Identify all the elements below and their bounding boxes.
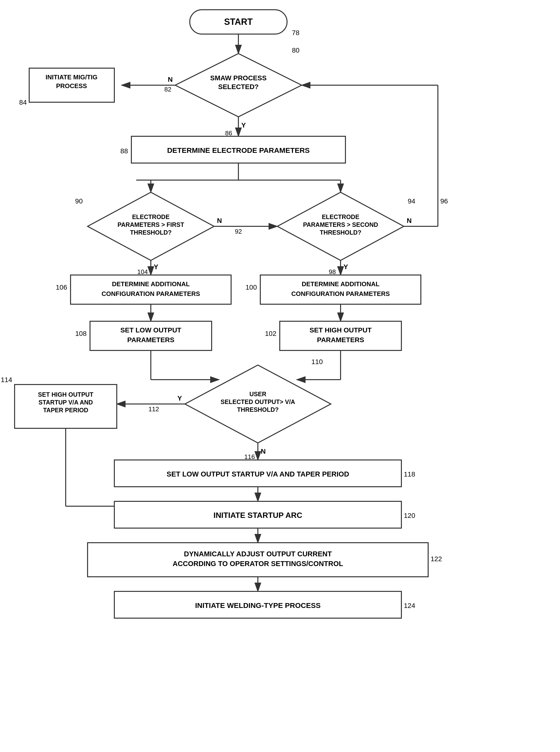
set-high-startup-line3: TAPER PERIOD bbox=[43, 407, 88, 414]
n-label-smaw: N bbox=[168, 76, 173, 83]
ref-102: 102 bbox=[265, 330, 276, 337]
ref-114: 114 bbox=[1, 376, 12, 383]
ref-80: 80 bbox=[292, 46, 299, 54]
first-thresh-line2: PARAMETERS > FIRST bbox=[118, 221, 184, 228]
ref-118: 118 bbox=[404, 471, 415, 478]
y-user-sel: Y bbox=[177, 395, 182, 402]
start-label: START bbox=[224, 17, 253, 27]
smaw-line1: SMAW PROCESS bbox=[210, 74, 267, 82]
initiate-welding-box: INITIATE WELDING-TYPE PROCESS 124 bbox=[114, 591, 415, 618]
first-thresh-line3: THRESHOLD? bbox=[130, 229, 172, 236]
ref-120: 120 bbox=[404, 512, 415, 519]
set-low-startup-label: SET LOW OUTPUT STARTUP V/A AND TAPER PER… bbox=[167, 470, 349, 478]
set-low-startup-box: SET LOW OUTPUT STARTUP V/A AND TAPER PER… bbox=[114, 460, 415, 487]
add-config-right-line2: CONFIGURATION PARAMETERS bbox=[292, 290, 390, 297]
first-thresh-line1: ELECTRODE bbox=[132, 214, 169, 220]
set-high-startup-line1: SET HIGH OUTPUT bbox=[38, 391, 94, 398]
set-high-output-line2: PARAMETERS bbox=[317, 336, 364, 344]
user-sel-line3: THRESHOLD? bbox=[237, 406, 279, 413]
set-high-startup-line2: STARTUP V/A AND bbox=[38, 399, 93, 406]
add-config-left-line2: CONFIGURATION PARAMETERS bbox=[102, 290, 200, 297]
ref-100: 100 bbox=[245, 283, 257, 291]
ref-110: 110 bbox=[312, 358, 323, 365]
n-first-thresh: N bbox=[217, 217, 222, 224]
set-low-output-line2: PARAMETERS bbox=[127, 336, 175, 344]
mig-tig-line1: INITIATE MIG/TIG bbox=[45, 74, 97, 81]
second-thresh-line2: PARAMETERS > SECOND bbox=[303, 221, 378, 228]
ref-78: 78 bbox=[292, 29, 299, 37]
second-thresh-line3: THRESHOLD? bbox=[320, 229, 361, 236]
ref-106: 106 bbox=[56, 283, 67, 291]
y-first-thresh: Y bbox=[154, 263, 158, 271]
dyn-adjust-line1: DYNAMICALLY ADJUST OUTPUT CURRENT bbox=[184, 550, 332, 558]
set-low-output-box: SET LOW OUTPUT PARAMETERS 108 bbox=[75, 321, 212, 351]
initiate-welding-label: INITIATE WELDING-TYPE PROCESS bbox=[195, 601, 321, 609]
ref-108: 108 bbox=[75, 330, 86, 337]
svg-rect-26 bbox=[280, 321, 401, 351]
y-label-smaw: Y bbox=[241, 121, 246, 129]
add-config-right-box: DETERMINE ADDITIONAL CONFIGURATION PARAM… bbox=[245, 275, 421, 304]
ref-116: 116 bbox=[244, 453, 255, 460]
add-config-left-box: DETERMINE ADDITIONAL CONFIGURATION PARAM… bbox=[56, 275, 231, 304]
ref-104: 104 bbox=[137, 268, 148, 276]
add-config-left-line1: DETERMINE ADDITIONAL bbox=[112, 280, 190, 288]
add-config-right-line1: DETERMINE ADDITIONAL bbox=[302, 280, 380, 288]
determine-electrode-label: DETERMINE ELECTRODE PARAMETERS bbox=[167, 146, 310, 154]
svg-rect-21 bbox=[71, 275, 231, 304]
ref-90: 90 bbox=[75, 197, 83, 205]
dyn-adjust-line2: ACCORDING TO OPERATOR SETTINGS/CONTROL bbox=[173, 560, 343, 568]
determine-electrode-box: DETERMINE ELECTRODE PARAMETERS 88 bbox=[120, 136, 345, 163]
dynamically-adjust-box: DYNAMICALLY ADJUST OUTPUT CURRENT ACCORD… bbox=[87, 543, 442, 577]
ref-112: 112 bbox=[148, 405, 159, 413]
ref-124: 124 bbox=[404, 602, 415, 609]
user-sel-line1: USER bbox=[249, 391, 266, 397]
second-thresh-line1: ELECTRODE bbox=[322, 214, 359, 220]
ref-122: 122 bbox=[431, 555, 442, 563]
n-user-sel: N bbox=[261, 448, 266, 455]
svg-rect-1 bbox=[0, 0, 560, 752]
set-high-output-box: SET HIGH OUTPUT PARAMETERS 102 bbox=[265, 321, 401, 351]
set-low-output-line1: SET LOW OUTPUT bbox=[120, 326, 181, 334]
ref-84: 84 bbox=[19, 99, 27, 106]
ref-82: 82 bbox=[164, 86, 172, 93]
svg-rect-25 bbox=[90, 321, 212, 351]
ref-96: 96 bbox=[440, 197, 448, 205]
initiate-startup-arc-label: INITIATE STARTUP ARC bbox=[213, 511, 302, 520]
user-sel-line2: SELECTED OUTPUT> V/A bbox=[221, 398, 295, 405]
ref-88: 88 bbox=[120, 147, 128, 155]
svg-rect-22 bbox=[260, 275, 421, 304]
flowchart-container: START 78 SMAW PROCESS SELECTED? 80 N 82 … bbox=[0, 0, 560, 752]
mig-tig-box: INITIATE MIG/TIG PROCESS 84 bbox=[19, 68, 114, 106]
set-high-output-line1: SET HIGH OUTPUT bbox=[309, 326, 372, 334]
ref-86: 86 bbox=[225, 130, 232, 137]
mig-tig-line2: PROCESS bbox=[56, 82, 87, 90]
ref-92: 92 bbox=[235, 228, 242, 235]
smaw-line2: SELECTED? bbox=[218, 83, 259, 91]
y-second-thresh: Y bbox=[343, 263, 348, 271]
ref-98: 98 bbox=[329, 268, 336, 276]
n-second-thresh: N bbox=[407, 217, 412, 224]
initiate-startup-arc-box: INITIATE STARTUP ARC 120 bbox=[114, 501, 415, 528]
ref-94: 94 bbox=[408, 197, 415, 205]
